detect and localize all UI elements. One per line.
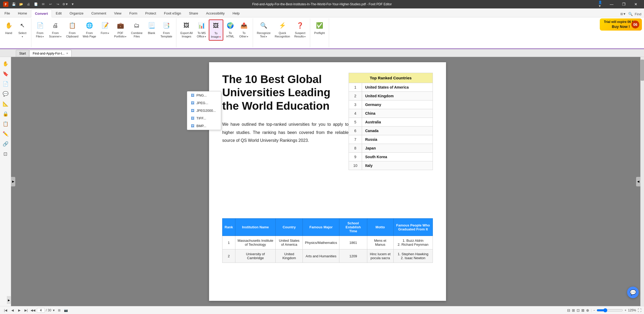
top-countries-table: Top Ranked Countries 1United States of A… xyxy=(349,73,433,170)
view-mode-5[interactable]: ⊕ xyxy=(586,308,589,312)
tab-file[interactable]: File xyxy=(1,9,14,17)
to-ms-office-button[interactable]: 📊 To MSOffice▼ xyxy=(195,20,208,41)
page-number-input[interactable] xyxy=(37,308,45,313)
scrollbar-thumb[interactable] xyxy=(641,60,644,81)
to-image-dropdown: 🖼 PNG... 🖼 JPEG... 🖼 JPEG2000... 🖼 TIFF.… xyxy=(187,91,221,130)
more-btn[interactable]: ▼ xyxy=(70,1,76,7)
email-btn[interactable]: ✉ xyxy=(40,1,46,7)
univ-major: Arts and Humanities xyxy=(303,249,339,263)
customize-btn[interactable]: ⚙▼ xyxy=(62,1,68,7)
zoom-slider[interactable] xyxy=(597,308,623,312)
right-panel-arrow[interactable]: ◀ xyxy=(636,177,640,186)
open-btn[interactable]: 📂 xyxy=(18,1,24,7)
tab-start[interactable]: Start xyxy=(16,50,29,57)
prev-page-btn[interactable]: ◀ xyxy=(9,307,15,313)
from-web-page-button[interactable]: 🌐 FromWeb Page xyxy=(81,20,98,41)
quick-recognition-button[interactable]: ⚡ QuickRecognition xyxy=(273,20,292,41)
sidebar-comments[interactable]: 💬 xyxy=(1,89,10,99)
trial-buy-now[interactable]: Buy Now ! xyxy=(612,24,630,29)
redo-btn[interactable]: ↪ xyxy=(55,1,61,7)
from-files-label: FromFiles▼ xyxy=(36,31,44,38)
hand-button[interactable]: ✋ Hand xyxy=(2,20,15,41)
close-btn[interactable]: ✕ xyxy=(630,0,642,8)
pdf-viewer-area: ▶ The 10 Best Global Universities Leadin… xyxy=(11,57,644,306)
tab-home[interactable]: Home xyxy=(14,9,31,17)
tab-foxit-esign[interactable]: Foxit eSign xyxy=(160,9,185,17)
maximize-btn[interactable]: ❐ xyxy=(618,0,630,8)
sidebar-links[interactable]: 🔗 xyxy=(1,139,10,149)
tab-organize[interactable]: Organize xyxy=(66,9,87,17)
sidebar-security[interactable]: 🔒 xyxy=(1,109,10,119)
tab-share[interactable]: Share xyxy=(185,9,202,17)
tab-document[interactable]: Find-and-Apply-For-t... ✕ xyxy=(29,50,72,57)
sidebar-edit[interactable]: 📋 xyxy=(1,119,10,129)
dropdown-tiff-label: TIFF... xyxy=(196,116,206,120)
tab-protect[interactable]: Protect xyxy=(141,9,160,17)
pdf-portfolio-button[interactable]: 💼 PDFPortfolio▼ xyxy=(112,20,128,41)
snapshot-btn[interactable]: 📷 xyxy=(63,307,69,313)
left-panel-expand[interactable]: ▶ xyxy=(7,296,11,304)
tab-form[interactable]: Form xyxy=(125,9,141,17)
quick-access-toolbar: F 💾 📂 🖨 📑 ✉ ↩ ↪ ⚙▼ ▼ xyxy=(2,1,76,8)
view-mode-1[interactable]: ⊟ xyxy=(567,308,570,312)
undo-btn[interactable]: ↩ xyxy=(47,1,54,7)
prev-view-btn[interactable]: ◀◀ xyxy=(30,307,36,313)
suspect-results-button[interactable]: ❓ SuspectResults▼ xyxy=(293,20,308,41)
tab-accessibility[interactable]: Accessibility xyxy=(202,9,229,17)
to-other-button[interactable]: 📤 ToOther▼ xyxy=(237,20,251,41)
first-page-btn[interactable]: |◀ xyxy=(3,307,8,313)
print-btn[interactable]: 🖨 xyxy=(25,1,32,7)
zoom-in-btn[interactable]: + xyxy=(625,308,626,312)
tab-comment[interactable]: Comment xyxy=(87,9,110,17)
layout-options[interactable]: ⊞▼ xyxy=(620,12,626,16)
dropdown-bmp[interactable]: 🖼 BMP... xyxy=(187,122,221,130)
from-scanner-button[interactable]: 🖨 FromScanner▼ xyxy=(47,20,64,41)
sidebar-layers[interactable]: 📐 xyxy=(1,99,10,109)
tab-edit[interactable]: Edit xyxy=(52,9,66,17)
to-html-button[interactable]: 🌍 ToHTML xyxy=(224,20,237,41)
sidebar-bookmark[interactable]: 🔖 xyxy=(1,69,10,79)
combine-files-button[interactable]: 🗂 CombineFiles xyxy=(129,20,144,41)
form-button[interactable]: 📝 Form▼ xyxy=(98,20,112,41)
preflight-button[interactable]: ✅ Preflight xyxy=(312,20,326,41)
blank-button[interactable]: 📃 Blank xyxy=(145,20,158,41)
to-image-button[interactable]: 🖼 ToImage▼ xyxy=(209,20,223,41)
page-nav-dropdown[interactable]: ▼ xyxy=(52,309,55,312)
zoom-out-btn[interactable]: − xyxy=(593,308,595,312)
view-mode-4[interactable]: ⊠ xyxy=(581,308,584,312)
left-panel-collapse-arrow[interactable]: ▶ xyxy=(11,177,15,186)
trial-badge[interactable]: Trial will expire 06 Nov Buy Now ! 06 xyxy=(600,18,642,31)
recognize-text-button[interactable]: 🔍 RecognizeText▼ xyxy=(255,20,273,41)
next-page-btn[interactable]: ▶ xyxy=(16,307,22,313)
view-mode-2[interactable]: ⊞ xyxy=(572,308,575,312)
fullscreen-btn[interactable]: ⛶ xyxy=(638,308,641,312)
save-btn[interactable]: 💾 xyxy=(11,1,17,7)
sidebar-compare[interactable]: ⊡ xyxy=(1,149,10,159)
minimize-btn[interactable]: — xyxy=(606,0,618,8)
user-account[interactable]: 👤▼ xyxy=(598,1,605,7)
from-files-button[interactable]: 📄 FromFiles▼ xyxy=(33,20,47,41)
from-clipboard-button[interactable]: 📋 FromClipboard xyxy=(64,20,80,41)
chat-bubble[interactable]: 💬 xyxy=(627,287,639,298)
dropdown-jpeg[interactable]: 🖼 JPEG... xyxy=(187,99,221,107)
find-label[interactable]: Find xyxy=(635,12,641,16)
sidebar-page-thumbnail[interactable]: 📄 xyxy=(1,79,10,89)
sidebar-hand-tool[interactable]: ✋ xyxy=(1,59,10,69)
dropdown-png[interactable]: 🖼 PNG... xyxy=(187,91,221,99)
univ-row: 2 University of Cambridge United Kingdom… xyxy=(222,249,433,263)
last-page-btn[interactable]: ▶| xyxy=(23,307,29,313)
right-scrollbar[interactable] xyxy=(640,57,644,306)
tab-view[interactable]: View xyxy=(110,9,125,17)
tab-close-btn[interactable]: ✕ xyxy=(66,52,68,55)
select-button[interactable]: ↖ Select▼ xyxy=(16,20,29,41)
add-bookmark-btn[interactable]: ⊞ xyxy=(56,307,62,313)
export-all-images-button[interactable]: 🖼 Export AllImages xyxy=(179,20,194,41)
tab-help[interactable]: Help xyxy=(229,9,244,17)
dropdown-tiff[interactable]: 🖼 TIFF... xyxy=(187,114,221,122)
view-mode-3[interactable]: ⊡ xyxy=(577,308,580,312)
sidebar-annotation[interactable]: ✏️ xyxy=(1,129,10,139)
dropdown-jpeg2000[interactable]: 🖼 JPEG2000... xyxy=(187,107,221,114)
from-template-button[interactable]: 📑 FromTemplate xyxy=(158,20,174,41)
quick-save-btn[interactable]: 📑 xyxy=(33,1,39,7)
tab-convert[interactable]: Convert xyxy=(31,9,52,17)
